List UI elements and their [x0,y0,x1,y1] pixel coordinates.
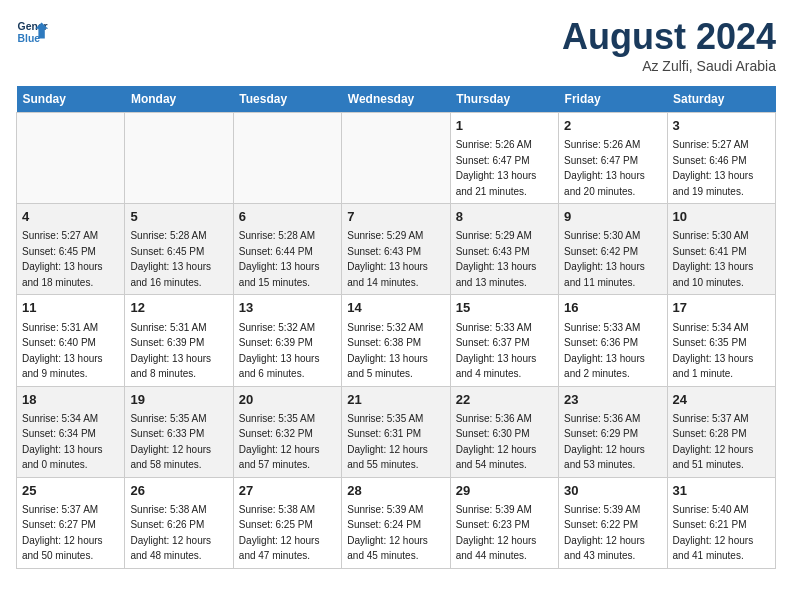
day-number: 6 [239,208,336,226]
calendar-cell: 18Sunrise: 5:34 AM Sunset: 6:34 PM Dayli… [17,386,125,477]
day-number: 13 [239,299,336,317]
calendar-cell: 10Sunrise: 5:30 AM Sunset: 6:41 PM Dayli… [667,204,775,295]
day-info: Sunrise: 5:37 AM Sunset: 6:27 PM Dayligh… [22,504,103,562]
day-info: Sunrise: 5:31 AM Sunset: 6:39 PM Dayligh… [130,322,211,380]
weekday-header-friday: Friday [559,86,667,113]
day-info: Sunrise: 5:33 AM Sunset: 6:37 PM Dayligh… [456,322,537,380]
day-info: Sunrise: 5:34 AM Sunset: 6:35 PM Dayligh… [673,322,754,380]
calendar-cell: 3Sunrise: 5:27 AM Sunset: 6:46 PM Daylig… [667,113,775,204]
day-number: 14 [347,299,444,317]
calendar-cell [233,113,341,204]
calendar-week-row: 25Sunrise: 5:37 AM Sunset: 6:27 PM Dayli… [17,477,776,568]
weekday-header-saturday: Saturday [667,86,775,113]
calendar-cell: 5Sunrise: 5:28 AM Sunset: 6:45 PM Daylig… [125,204,233,295]
weekday-header-sunday: Sunday [17,86,125,113]
day-number: 26 [130,482,227,500]
day-info: Sunrise: 5:36 AM Sunset: 6:29 PM Dayligh… [564,413,645,471]
day-info: Sunrise: 5:39 AM Sunset: 6:22 PM Dayligh… [564,504,645,562]
calendar-cell: 8Sunrise: 5:29 AM Sunset: 6:43 PM Daylig… [450,204,558,295]
calendar-cell: 16Sunrise: 5:33 AM Sunset: 6:36 PM Dayli… [559,295,667,386]
day-info: Sunrise: 5:36 AM Sunset: 6:30 PM Dayligh… [456,413,537,471]
calendar-cell: 27Sunrise: 5:38 AM Sunset: 6:25 PM Dayli… [233,477,341,568]
calendar-cell: 7Sunrise: 5:29 AM Sunset: 6:43 PM Daylig… [342,204,450,295]
day-info: Sunrise: 5:26 AM Sunset: 6:47 PM Dayligh… [564,139,645,197]
day-info: Sunrise: 5:35 AM Sunset: 6:32 PM Dayligh… [239,413,320,471]
day-info: Sunrise: 5:37 AM Sunset: 6:28 PM Dayligh… [673,413,754,471]
day-info: Sunrise: 5:27 AM Sunset: 6:45 PM Dayligh… [22,230,103,288]
day-info: Sunrise: 5:29 AM Sunset: 6:43 PM Dayligh… [347,230,428,288]
day-info: Sunrise: 5:30 AM Sunset: 6:41 PM Dayligh… [673,230,754,288]
day-info: Sunrise: 5:29 AM Sunset: 6:43 PM Dayligh… [456,230,537,288]
day-info: Sunrise: 5:38 AM Sunset: 6:25 PM Dayligh… [239,504,320,562]
calendar-week-row: 1Sunrise: 5:26 AM Sunset: 6:47 PM Daylig… [17,113,776,204]
day-number: 8 [456,208,553,226]
day-number: 17 [673,299,770,317]
page-header: General Blue August 2024 Az Zulfi, Saudi… [16,16,776,74]
day-info: Sunrise: 5:35 AM Sunset: 6:33 PM Dayligh… [130,413,211,471]
calendar-cell: 20Sunrise: 5:35 AM Sunset: 6:32 PM Dayli… [233,386,341,477]
day-info: Sunrise: 5:39 AM Sunset: 6:23 PM Dayligh… [456,504,537,562]
day-number: 9 [564,208,661,226]
day-info: Sunrise: 5:28 AM Sunset: 6:44 PM Dayligh… [239,230,320,288]
day-number: 19 [130,391,227,409]
calendar-cell: 31Sunrise: 5:40 AM Sunset: 6:21 PM Dayli… [667,477,775,568]
day-number: 25 [22,482,119,500]
weekday-header-monday: Monday [125,86,233,113]
calendar-cell: 13Sunrise: 5:32 AM Sunset: 6:39 PM Dayli… [233,295,341,386]
day-number: 10 [673,208,770,226]
day-number: 12 [130,299,227,317]
day-number: 1 [456,117,553,135]
day-info: Sunrise: 5:38 AM Sunset: 6:26 PM Dayligh… [130,504,211,562]
calendar-cell: 29Sunrise: 5:39 AM Sunset: 6:23 PM Dayli… [450,477,558,568]
day-info: Sunrise: 5:40 AM Sunset: 6:21 PM Dayligh… [673,504,754,562]
weekday-header-wednesday: Wednesday [342,86,450,113]
calendar-table: SundayMondayTuesdayWednesdayThursdayFrid… [16,86,776,569]
calendar-cell: 12Sunrise: 5:31 AM Sunset: 6:39 PM Dayli… [125,295,233,386]
day-number: 18 [22,391,119,409]
day-number: 16 [564,299,661,317]
calendar-cell [342,113,450,204]
logo: General Blue [16,16,48,48]
calendar-cell: 24Sunrise: 5:37 AM Sunset: 6:28 PM Dayli… [667,386,775,477]
day-info: Sunrise: 5:33 AM Sunset: 6:36 PM Dayligh… [564,322,645,380]
calendar-cell: 21Sunrise: 5:35 AM Sunset: 6:31 PM Dayli… [342,386,450,477]
calendar-cell: 4Sunrise: 5:27 AM Sunset: 6:45 PM Daylig… [17,204,125,295]
weekday-header-thursday: Thursday [450,86,558,113]
calendar-cell: 22Sunrise: 5:36 AM Sunset: 6:30 PM Dayli… [450,386,558,477]
day-number: 22 [456,391,553,409]
day-number: 11 [22,299,119,317]
calendar-cell: 30Sunrise: 5:39 AM Sunset: 6:22 PM Dayli… [559,477,667,568]
day-number: 7 [347,208,444,226]
calendar-cell: 2Sunrise: 5:26 AM Sunset: 6:47 PM Daylig… [559,113,667,204]
calendar-week-row: 4Sunrise: 5:27 AM Sunset: 6:45 PM Daylig… [17,204,776,295]
day-number: 27 [239,482,336,500]
day-number: 3 [673,117,770,135]
day-number: 5 [130,208,227,226]
calendar-week-row: 11Sunrise: 5:31 AM Sunset: 6:40 PM Dayli… [17,295,776,386]
day-info: Sunrise: 5:35 AM Sunset: 6:31 PM Dayligh… [347,413,428,471]
calendar-cell: 19Sunrise: 5:35 AM Sunset: 6:33 PM Dayli… [125,386,233,477]
day-number: 4 [22,208,119,226]
title-block: August 2024 Az Zulfi, Saudi Arabia [562,16,776,74]
day-info: Sunrise: 5:31 AM Sunset: 6:40 PM Dayligh… [22,322,103,380]
day-info: Sunrise: 5:32 AM Sunset: 6:39 PM Dayligh… [239,322,320,380]
calendar-cell: 23Sunrise: 5:36 AM Sunset: 6:29 PM Dayli… [559,386,667,477]
calendar-cell: 26Sunrise: 5:38 AM Sunset: 6:26 PM Dayli… [125,477,233,568]
month-title: August 2024 [562,16,776,58]
day-number: 23 [564,391,661,409]
day-info: Sunrise: 5:34 AM Sunset: 6:34 PM Dayligh… [22,413,103,471]
calendar-cell: 25Sunrise: 5:37 AM Sunset: 6:27 PM Dayli… [17,477,125,568]
calendar-cell: 17Sunrise: 5:34 AM Sunset: 6:35 PM Dayli… [667,295,775,386]
day-number: 29 [456,482,553,500]
calendar-cell: 28Sunrise: 5:39 AM Sunset: 6:24 PM Dayli… [342,477,450,568]
day-number: 30 [564,482,661,500]
day-number: 15 [456,299,553,317]
calendar-cell: 6Sunrise: 5:28 AM Sunset: 6:44 PM Daylig… [233,204,341,295]
calendar-cell: 15Sunrise: 5:33 AM Sunset: 6:37 PM Dayli… [450,295,558,386]
calendar-cell: 1Sunrise: 5:26 AM Sunset: 6:47 PM Daylig… [450,113,558,204]
day-number: 31 [673,482,770,500]
day-info: Sunrise: 5:30 AM Sunset: 6:42 PM Dayligh… [564,230,645,288]
day-number: 20 [239,391,336,409]
day-number: 2 [564,117,661,135]
calendar-week-row: 18Sunrise: 5:34 AM Sunset: 6:34 PM Dayli… [17,386,776,477]
